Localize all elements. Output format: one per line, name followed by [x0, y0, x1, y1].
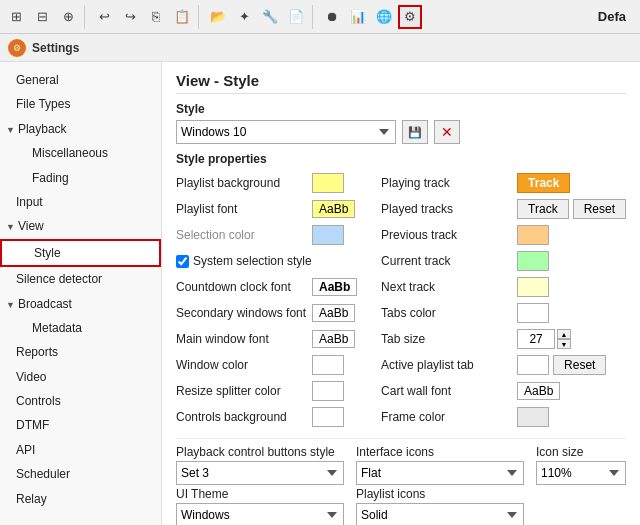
active-tab-swatch[interactable]	[517, 355, 549, 375]
prop-previous-track: Previous track	[381, 222, 626, 248]
app-header: ⚙ Settings	[0, 34, 640, 62]
sidebar-item-style[interactable]: Style	[0, 239, 161, 267]
window-color-swatch[interactable]	[312, 355, 344, 375]
toolbar-forward-icon[interactable]: ↪	[118, 5, 142, 29]
prop-current-track: Current track	[381, 248, 626, 274]
secondary-font-preview[interactable]: AaBb	[312, 304, 355, 322]
toolbar-grid3-icon[interactable]: ⊕	[56, 5, 80, 29]
delete-style-btn[interactable]: ✕	[434, 120, 460, 144]
system-selection-checkbox[interactable]	[176, 255, 189, 268]
previous-track-swatch[interactable]	[517, 225, 549, 245]
icon-size-label: Icon size	[536, 445, 626, 459]
toolbar-record-icon[interactable]: ⏺	[320, 5, 344, 29]
prop-countdown-font: Countdown clock font AaBb	[176, 274, 373, 300]
sidebar-item-scheduler[interactable]: Scheduler	[0, 462, 161, 486]
prop-selection-color: Selection color	[176, 222, 373, 248]
interface-icons-col: Interface icons Flat	[356, 445, 524, 485]
toolbar-open-icon[interactable]: 📂	[206, 5, 230, 29]
prop-playlist-font: Playlist font AaBb	[176, 196, 373, 222]
toolbar-globe-icon[interactable]: 🌐	[372, 5, 396, 29]
controls-bg-swatch[interactable]	[312, 407, 344, 427]
sidebar-item-dtmf[interactable]: DTMF	[0, 413, 161, 437]
prop-label-controls-bg: Controls background	[176, 410, 306, 424]
sidebar-item-video[interactable]: Video	[0, 365, 161, 389]
sidebar-item-reports[interactable]: Reports	[0, 340, 161, 364]
style-section-header: Style	[176, 102, 626, 116]
toolbar-wrench-icon[interactable]: 🔧	[258, 5, 282, 29]
sidebar-item-input[interactable]: Input	[0, 190, 161, 214]
toolbar-chart-icon[interactable]: 📊	[346, 5, 370, 29]
right-props: Playing track Track Played tracks Track …	[381, 170, 626, 430]
prop-label-frame-color: Frame color	[381, 410, 511, 424]
sidebar-item-silence[interactable]: Silence detector	[0, 267, 161, 291]
countdown-font-preview[interactable]: AaBb	[312, 278, 357, 296]
sidebar-item-metadata[interactable]: Metadata	[0, 316, 161, 340]
toolbar-copy-icon[interactable]: ⎘	[144, 5, 168, 29]
toolbar-grid2-icon[interactable]: ⊟	[30, 5, 54, 29]
tab-size-spinner: ▲ ▼	[557, 329, 571, 349]
prop-label-playlist-font: Playlist font	[176, 202, 306, 216]
prop-label-main-font: Main window font	[176, 332, 306, 346]
sidebar-item-broadcast[interactable]: ▼Broadcast	[0, 292, 161, 316]
toolbar-back-icon[interactable]: ↩	[92, 5, 116, 29]
prop-label-playing-track: Playing track	[381, 176, 511, 190]
prop-label-splitter-color: Resize splitter color	[176, 384, 306, 398]
sidebar-item-general[interactable]: General	[0, 68, 161, 92]
sidebar-item-view[interactable]: ▼View	[0, 214, 161, 238]
toolbar-sep1	[84, 5, 88, 29]
icon-size-select[interactable]: 110%	[536, 461, 626, 485]
cart-wall-font-preview[interactable]: AaBb	[517, 382, 560, 400]
sidebar-item-misc[interactable]: Miscellaneous	[0, 141, 161, 165]
prop-playlist-background: Playlist background	[176, 170, 373, 196]
active-tab-controls: Reset	[517, 355, 606, 375]
toolbar-paste-icon[interactable]: 📋	[170, 5, 194, 29]
played-tracks-reset[interactable]: Reset	[573, 199, 626, 219]
interface-icons-label: Interface icons	[356, 445, 524, 459]
main-font-preview[interactable]: AaBb	[312, 330, 355, 348]
tabs-color-swatch[interactable]	[517, 303, 549, 323]
prop-label-played-tracks: Played tracks	[381, 202, 511, 216]
tab-size-down[interactable]: ▼	[557, 339, 571, 349]
prop-main-font: Main window font AaBb	[176, 326, 373, 352]
left-props: Playlist background Playlist font AaBb S…	[176, 170, 373, 430]
playlist-icons-select[interactable]: Solid	[356, 503, 524, 525]
sidebar-item-fading[interactable]: Fading	[0, 166, 161, 190]
active-tab-reset[interactable]: Reset	[553, 355, 606, 375]
frame-color-swatch[interactable]	[517, 407, 549, 427]
ui-theme-col: UI Theme Windows	[176, 487, 344, 525]
prop-label-tabs-color: Tabs color	[381, 306, 511, 320]
playlist-font-preview[interactable]: AaBb	[312, 200, 355, 218]
props-container: Playlist background Playlist font AaBb S…	[176, 170, 626, 430]
playback-btns-select[interactable]: Set 3	[176, 461, 344, 485]
playlist-bg-swatch[interactable]	[312, 173, 344, 193]
prop-label-playlist-bg: Playlist background	[176, 176, 306, 190]
app-icon-symbol: ⚙	[13, 43, 21, 53]
sidebar-item-api[interactable]: API	[0, 438, 161, 462]
sidebar-item-filetypes[interactable]: File Types	[0, 92, 161, 116]
prop-label-next-track: Next track	[381, 280, 511, 294]
interface-icons-select[interactable]: Flat	[356, 461, 524, 485]
style-select[interactable]: Windows 10	[176, 120, 396, 144]
tab-size-up[interactable]: ▲	[557, 329, 571, 339]
splitter-color-swatch[interactable]	[312, 381, 344, 401]
system-selection-label[interactable]: System selection style	[176, 254, 312, 268]
sidebar-item-playback[interactable]: ▼Playback	[0, 117, 161, 141]
prop-next-track: Next track	[381, 274, 626, 300]
prop-tab-size: Tab size ▲ ▼	[381, 326, 626, 352]
toolbar-clipboard-icon[interactable]: 📄	[284, 5, 308, 29]
tab-size-input[interactable]	[517, 329, 555, 349]
ui-theme-select[interactable]: Windows	[176, 503, 344, 525]
toolbar-grid1-icon[interactable]: ⊞	[4, 5, 28, 29]
toolbar-gear-icon[interactable]: ⚙	[398, 5, 422, 29]
bottom-section: Playback control buttons style Set 3 Int…	[176, 438, 626, 525]
playing-track-btn[interactable]: Track	[517, 173, 570, 193]
current-track-swatch[interactable]	[517, 251, 549, 271]
toolbar-star-icon[interactable]: ✦	[232, 5, 256, 29]
sidebar-item-controls[interactable]: Controls	[0, 389, 161, 413]
toolbar-sep2	[198, 5, 202, 29]
selection-color-swatch[interactable]	[312, 225, 344, 245]
next-track-swatch[interactable]	[517, 277, 549, 297]
save-style-btn[interactable]: 💾	[402, 120, 428, 144]
played-tracks-btn[interactable]: Track	[517, 199, 569, 219]
sidebar-item-relay[interactable]: Relay	[0, 487, 161, 511]
